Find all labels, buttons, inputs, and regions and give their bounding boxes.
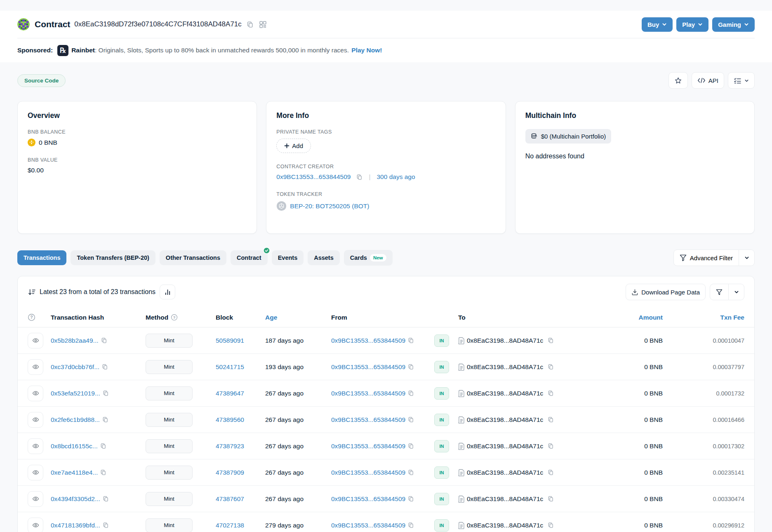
from-address-link[interactable]: 0x9BC13553...653844509 [331, 522, 405, 529]
tab-token-transfers[interactable]: Token Transfers (BEP-20) [71, 250, 155, 265]
copy-icon[interactable] [103, 390, 109, 396]
table-filter-caret[interactable] [729, 284, 744, 300]
copy-icon[interactable] [548, 364, 554, 370]
table-filter-button[interactable] [710, 284, 729, 300]
copy-icon[interactable] [100, 469, 106, 476]
copy-icon[interactable] [103, 496, 109, 502]
copy-icon[interactable] [102, 364, 108, 370]
api-button[interactable]: API [692, 72, 724, 89]
copy-icon[interactable] [548, 522, 554, 528]
copy-icon[interactable] [101, 337, 107, 344]
copy-icon[interactable] [103, 522, 109, 528]
add-name-tag-button[interactable]: Add [276, 139, 311, 153]
tx-hash-link[interactable]: 0x4394f3305d2... [51, 495, 100, 503]
view-tx-button[interactable] [28, 386, 43, 401]
from-address-link[interactable]: 0x9BC13553...653844509 [331, 390, 405, 397]
copy-icon[interactable] [408, 390, 414, 396]
tab-transactions[interactable]: Transactions [17, 250, 66, 265]
copy-icon[interactable] [408, 417, 414, 423]
copy-icon[interactable] [548, 469, 554, 476]
method-badge[interactable]: Mint [146, 439, 193, 453]
copy-icon[interactable] [548, 337, 554, 344]
from-address-link[interactable]: 0x9BC13553...653844509 [331, 443, 405, 450]
method-badge[interactable]: Mint [146, 386, 193, 400]
method-badge[interactable]: Mint [146, 360, 193, 374]
copy-icon[interactable] [408, 337, 414, 344]
block-link[interactable]: 47387607 [216, 495, 244, 503]
method-badge[interactable]: Mint [146, 413, 193, 427]
view-tx-button[interactable] [28, 438, 43, 454]
view-tx-button[interactable] [28, 491, 43, 507]
copy-icon[interactable] [548, 496, 554, 502]
tx-hash-link[interactable]: 0xc37d0cbb76f... [51, 363, 99, 371]
token-tracker-link[interactable]: BEP-20: BOT250205 (BOT) [290, 202, 369, 210]
copy-icon[interactable] [100, 443, 106, 449]
from-address-link[interactable]: 0x9BC13553...653844509 [331, 495, 405, 503]
multichain-portfolio-badge[interactable]: $0 (Multichain Portfolio) [525, 129, 612, 144]
tx-hash-link[interactable]: 0x8bcd16155c... [51, 443, 98, 450]
tx-hash-link[interactable]: 0x5b28b2aa49... [51, 337, 99, 344]
block-link[interactable]: 50589091 [216, 337, 244, 344]
col-amount[interactable]: Amount [586, 314, 683, 321]
view-tx-button[interactable] [28, 412, 43, 428]
from-address-link[interactable]: 0x9BC13553...653844509 [331, 416, 405, 424]
tx-hash-link[interactable]: 0x47181369bfd... [51, 522, 100, 529]
block-link[interactable]: 47389647 [216, 390, 244, 397]
copy-icon[interactable] [356, 174, 362, 180]
view-tx-button[interactable] [28, 333, 43, 348]
copy-icon[interactable] [408, 522, 414, 528]
favorite-button[interactable] [668, 72, 688, 89]
copy-icon[interactable] [548, 443, 554, 449]
play-now-link[interactable]: Play Now! [351, 47, 382, 54]
from-address-link[interactable]: 0x9BC13553...653844509 [331, 469, 405, 476]
qr-code-icon[interactable] [258, 19, 268, 30]
method-badge[interactable]: Mint [146, 492, 193, 506]
copy-icon[interactable] [408, 364, 414, 370]
block-link[interactable]: 47027138 [216, 522, 244, 529]
col-age[interactable]: Age [265, 314, 331, 321]
help-icon[interactable]: ? [28, 313, 35, 321]
copy-address-icon[interactable] [245, 19, 255, 30]
chart-view-button[interactable] [160, 285, 175, 299]
creation-age-link[interactable]: 300 days ago [377, 173, 415, 181]
download-page-data-button[interactable]: Download Page Data [626, 284, 706, 300]
tx-hash-link[interactable]: 0x53efa521019... [51, 390, 100, 397]
tab-contract[interactable]: Contract [231, 250, 268, 265]
checklist-menu-button[interactable] [728, 72, 755, 89]
source-code-badge[interactable]: Source Code [17, 74, 66, 87]
from-address-link[interactable]: 0x9BC13553...653844509 [331, 337, 405, 344]
copy-icon[interactable] [548, 390, 554, 396]
block-link[interactable]: 47389560 [216, 416, 244, 424]
tx-hash-link[interactable]: 0x2fe6c1b9d88... [51, 416, 100, 424]
col-txn-fee[interactable]: Txn Fee [683, 314, 744, 321]
creator-address-link[interactable]: 0x9BC13553...653844509 [276, 173, 351, 181]
copy-icon[interactable] [408, 496, 414, 502]
tab-events[interactable]: Events [272, 250, 304, 265]
sort-icon[interactable] [28, 289, 35, 296]
buy-button[interactable]: Buy [642, 17, 673, 32]
copy-icon[interactable] [408, 443, 414, 449]
method-badge[interactable]: Mint [146, 518, 193, 532]
from-address-link[interactable]: 0x9BC13553...653844509 [331, 363, 405, 371]
view-tx-button[interactable] [28, 359, 43, 375]
gaming-button[interactable]: Gaming [712, 17, 755, 32]
tx-hash-link[interactable]: 0xe7ae4118e4... [51, 469, 98, 476]
method-badge[interactable]: Mint [146, 466, 193, 480]
block-link[interactable]: 50241715 [216, 363, 244, 371]
play-button[interactable]: Play [676, 17, 708, 32]
block-link[interactable]: 47387923 [216, 443, 244, 450]
advanced-filter-caret[interactable] [739, 250, 755, 266]
view-tx-button[interactable] [28, 465, 43, 480]
copy-icon[interactable] [408, 469, 414, 476]
help-icon[interactable]: ? [171, 314, 178, 321]
view-tx-button[interactable] [28, 518, 43, 532]
method-badge[interactable]: Mint [146, 334, 193, 348]
add-label: Add [292, 142, 303, 149]
copy-icon[interactable] [102, 417, 108, 423]
copy-icon[interactable] [548, 417, 554, 423]
tab-other-transactions[interactable]: Other Transactions [160, 250, 226, 265]
tab-assets[interactable]: Assets [308, 250, 340, 265]
block-link[interactable]: 47387909 [216, 469, 244, 476]
tab-cards[interactable]: Cards New [344, 250, 393, 266]
advanced-filter-button[interactable]: Advanced Filter [673, 250, 739, 266]
